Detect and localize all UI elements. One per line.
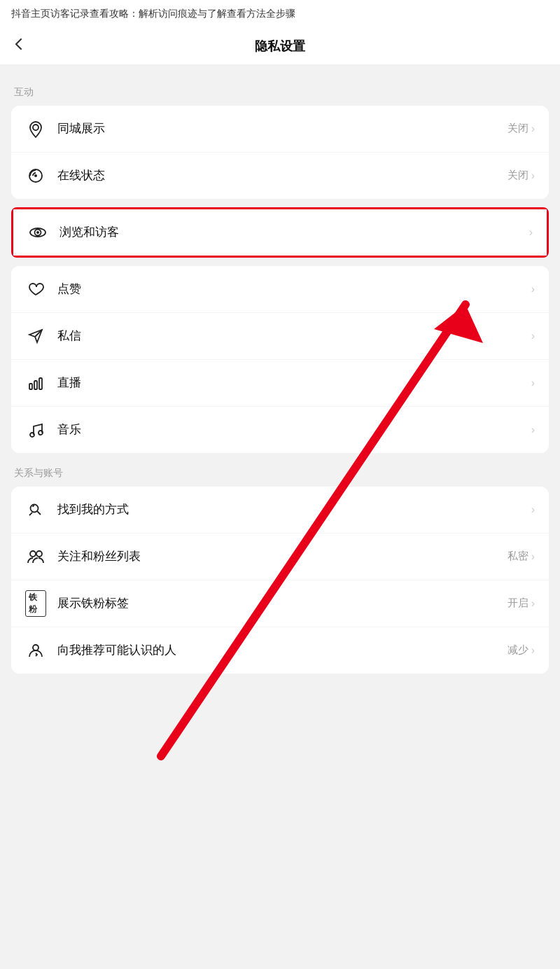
hudong-card-top: 同城展示 关闭 › 在线状态 关闭 › — [11, 106, 549, 199]
menu-item-browse[interactable]: 浏览和访客 › — [13, 209, 547, 256]
svg-point-12 — [30, 551, 36, 557]
menu-item-recommend[interactable]: 向我推荐可能认识的人 减少 › — [11, 627, 549, 674]
menu-item-find[interactable]: 找到我的方式 › — [11, 487, 549, 534]
menu-item-follows-label: 关注和粉丝列表 — [57, 548, 507, 564]
menu-item-browse-highlighted: 浏览和访客 › — [11, 207, 549, 258]
menu-item-tiefan-status: 开启 › — [507, 597, 535, 610]
menu-item-music-chevron: › — [531, 424, 535, 436]
banner-text: 抖音主页访客记录查看攻略：解析访问痕迹与了解查看方法全步骤 — [11, 8, 295, 19]
svg-point-13 — [36, 551, 42, 557]
tiepai-badge-text: 铁粉 — [25, 590, 46, 617]
menu-item-live-label: 直播 — [57, 375, 531, 391]
menu-item-find-label: 找到我的方式 — [57, 501, 531, 517]
menu-item-message[interactable]: 私信 › — [11, 313, 549, 360]
browse-icon — [27, 222, 48, 243]
menu-item-recommend-status: 减少 › — [507, 643, 535, 657]
menu-item-like-label: 点赞 — [57, 281, 531, 297]
svg-rect-8 — [39, 378, 42, 389]
menu-item-message-label: 私信 — [57, 328, 531, 344]
menu-item-location-label: 同城展示 — [57, 120, 507, 137]
menu-item-like-chevron: › — [531, 283, 535, 295]
recommend-icon — [25, 640, 46, 661]
page-title: 隐私设置 — [255, 38, 305, 55]
hudong-card-bottom: 点赞 › 私信 › 直播 › — [11, 266, 549, 453]
section-label-guanxi: 关系与账号 — [0, 453, 560, 487]
location-icon — [25, 118, 46, 139]
menu-item-browse-label: 浏览和访客 — [59, 224, 529, 240]
menu-item-live-chevron: › — [531, 377, 535, 389]
svg-point-5 — [36, 231, 39, 234]
menu-item-location-status: 关闭 › — [507, 122, 535, 135]
find-icon — [25, 499, 46, 520]
section-label-hudong: 互动 — [0, 72, 560, 106]
svg-rect-6 — [29, 384, 32, 389]
music-icon — [25, 419, 46, 440]
menu-item-message-chevron: › — [531, 330, 535, 342]
svg-point-0 — [33, 125, 38, 130]
message-icon — [25, 326, 46, 347]
menu-item-location[interactable]: 同城展示 关闭 › — [11, 106, 549, 153]
menu-item-follows[interactable]: 关注和粉丝列表 私密 › — [11, 534, 549, 580]
like-icon — [25, 279, 46, 300]
menu-item-online[interactable]: 在线状态 关闭 › — [11, 153, 549, 199]
svg-rect-7 — [34, 381, 37, 389]
menu-item-find-chevron: › — [531, 503, 535, 516]
follows-icon — [25, 546, 46, 567]
live-icon — [25, 372, 46, 393]
back-button[interactable] — [11, 36, 27, 55]
menu-item-music-label: 音乐 — [57, 421, 531, 438]
menu-item-music[interactable]: 音乐 › — [11, 407, 549, 453]
tiefan-icon: 铁粉 — [25, 593, 46, 614]
menu-item-tiefan[interactable]: 铁粉 展示铁粉标签 开启 › — [11, 580, 549, 627]
guanxi-card: 找到我的方式 › 关注和粉丝列表 私密 › 铁粉 展示铁粉标签 开启 — [11, 487, 549, 674]
svg-point-2 — [34, 174, 37, 177]
top-banner: 抖音主页访客记录查看攻略：解析访问痕迹与了解查看方法全步骤 — [0, 0, 560, 28]
menu-item-online-status: 关闭 › — [507, 169, 535, 182]
svg-point-14 — [33, 645, 38, 650]
menu-item-live[interactable]: 直播 › — [11, 360, 549, 407]
menu-item-like[interactable]: 点赞 › — [11, 266, 549, 313]
online-icon — [25, 165, 46, 186]
menu-item-tiefan-label: 展示铁粉标签 — [57, 595, 507, 611]
menu-item-recommend-label: 向我推荐可能认识的人 — [57, 642, 507, 658]
menu-item-online-label: 在线状态 — [57, 167, 507, 183]
header: 隐私设置 — [0, 28, 560, 65]
menu-item-browse-chevron: › — [529, 226, 533, 239]
menu-item-follows-status: 私密 › — [507, 550, 535, 563]
